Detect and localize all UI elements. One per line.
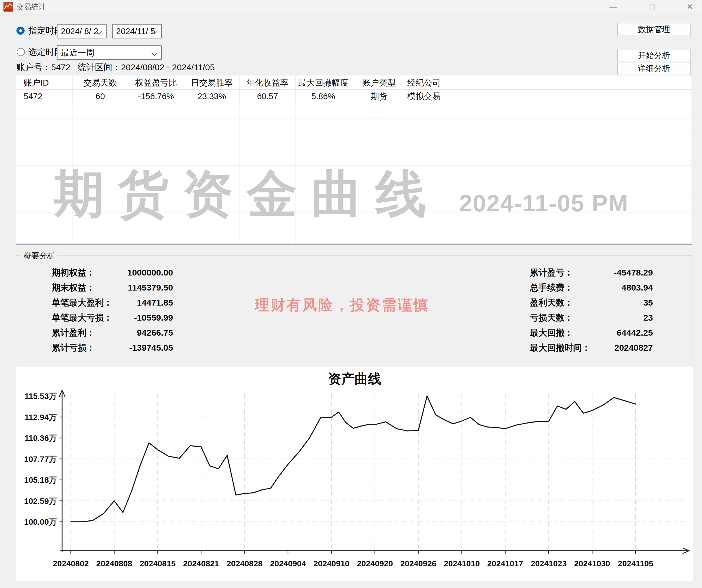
table-cell: 60.57 bbox=[240, 90, 296, 103]
trading-statistics-window: 交易统计 — ▢ ✕ 指定时段： 2024/ 8/ 2 2024/11/ 5 数… bbox=[0, 0, 702, 588]
y-axis-label: 102.59万 bbox=[24, 497, 57, 506]
date-from-picker[interactable]: 2024/ 8/ 2 bbox=[57, 24, 107, 38]
summary-label: 单笔最大盈利： bbox=[52, 295, 112, 310]
summary-label: 最大回撤： bbox=[530, 325, 573, 340]
date-from-value: 2024/ 8/ 2 bbox=[61, 24, 98, 38]
data-manage-button[interactable]: 数据管理 bbox=[617, 23, 691, 36]
summary-row: 累计盈亏：-45478.29 bbox=[530, 265, 653, 280]
radio-preset-period[interactable] bbox=[17, 48, 25, 56]
summary-value: -45478.29 bbox=[614, 265, 653, 280]
asset-curve-panel: 资产曲线 100.00万102.59万105.18万107.77万110.36万… bbox=[16, 367, 693, 581]
x-axis-label: 20240815 bbox=[139, 559, 176, 568]
summary-row: 单笔最大盈利：14471.85 bbox=[52, 295, 173, 310]
radio-specified-period[interactable] bbox=[16, 27, 24, 35]
summary-label: 盈利天数： bbox=[530, 295, 573, 310]
x-axis-label: 20240920 bbox=[357, 559, 393, 568]
summary-label: 总手续费： bbox=[530, 280, 573, 295]
summary-label: 期末权益： bbox=[52, 280, 95, 295]
summary-row: 最大回撤时间：20240827 bbox=[530, 340, 653, 355]
summary-value: 94266.75 bbox=[137, 325, 173, 340]
summary-label: 亏损天数： bbox=[530, 310, 573, 325]
summary-value: -10559.99 bbox=[134, 310, 173, 325]
date-to-picker[interactable]: 2024/11/ 5 bbox=[112, 24, 162, 38]
x-axis-label: 20240828 bbox=[227, 559, 263, 568]
table-cell: 60 bbox=[73, 90, 128, 103]
empty-table-row bbox=[16, 103, 692, 119]
empty-table-row bbox=[16, 181, 692, 197]
chart-title: 资产曲线 bbox=[16, 370, 693, 388]
empty-table-row bbox=[16, 150, 692, 166]
account-value: 5472 bbox=[51, 63, 71, 72]
x-axis-label: 20240821 bbox=[183, 559, 219, 568]
x-axis-label: 20241030 bbox=[574, 559, 610, 568]
x-axis-label: 20241023 bbox=[531, 559, 567, 568]
summary-row: 最大回撤：64442.25 bbox=[530, 325, 653, 340]
close-button[interactable]: ✕ bbox=[677, 0, 702, 13]
summary-label: 单笔最大亏损： bbox=[52, 310, 112, 325]
app-chart-icon bbox=[3, 2, 13, 12]
summary-row: 盈利天数：35 bbox=[530, 295, 653, 310]
empty-table-row bbox=[16, 134, 692, 150]
column-header[interactable]: 经纪公司 bbox=[407, 76, 441, 90]
x-axis-label: 20241010 bbox=[444, 559, 480, 568]
summary-row: 亏损天数：23 bbox=[530, 310, 653, 325]
summary-label: 累计盈利： bbox=[52, 325, 95, 340]
empty-table-row bbox=[16, 197, 692, 212]
account-range-line: 账户号：5472 统计区间：2024/08/02 - 2024/11/05 bbox=[16, 61, 215, 74]
table-row[interactable]: 547260-156.76%23.33%60.575.86%期货模拟交易 bbox=[16, 90, 692, 103]
summary-value: 35 bbox=[644, 295, 653, 310]
preset-period-value: 最近一周 bbox=[61, 46, 95, 59]
summary-label: 期初权益： bbox=[52, 265, 95, 280]
range-value: 2024/08/02 - 2024/11/05 bbox=[121, 63, 215, 72]
summary-value: 64442.25 bbox=[617, 325, 653, 340]
summary-value: 23 bbox=[644, 310, 653, 325]
y-axis-label: 112.94万 bbox=[24, 413, 57, 422]
y-axis-label: 107.77万 bbox=[24, 455, 57, 464]
table-header-row[interactable]: 账户ID交易天数权益盈亏比日交易胜率年化收益率最大回撤幅度账户类型经纪公司 bbox=[16, 76, 692, 90]
summary-value: -139745.05 bbox=[129, 340, 173, 355]
summary-value: 1000000.00 bbox=[127, 265, 173, 280]
column-header[interactable]: 账户ID bbox=[16, 76, 73, 90]
y-axis-label: 100.00万 bbox=[24, 517, 57, 526]
column-header[interactable]: 最大回撤幅度 bbox=[296, 76, 351, 90]
window-title: 交易统计 bbox=[17, 0, 46, 13]
y-axis-label: 110.36万 bbox=[24, 433, 57, 443]
titlebar: 交易统计 — ▢ ✕ bbox=[0, 0, 702, 13]
empty-table-row bbox=[16, 166, 692, 181]
column-header[interactable]: 日交易胜率 bbox=[184, 76, 240, 90]
asset-curve-chart: 100.00万102.59万105.18万107.77万110.36万112.9… bbox=[16, 387, 693, 581]
x-axis-label: 20240808 bbox=[96, 559, 132, 568]
preset-period-select[interactable]: 最近一周 bbox=[57, 45, 162, 60]
summary-value: 4803.94 bbox=[622, 280, 653, 295]
x-axis-label: 20240904 bbox=[270, 559, 306, 568]
table-cell: 5.86% bbox=[296, 90, 351, 103]
maximize-button[interactable]: ▢ bbox=[638, 0, 665, 13]
chevron-down-icon bbox=[151, 50, 157, 56]
account-table: 账户ID交易天数权益盈亏比日交易胜率年化收益率最大回撤幅度账户类型经纪公司 54… bbox=[16, 76, 692, 244]
y-axis-label: 115.53万 bbox=[24, 392, 57, 401]
date-to-value: 2024/11/ 5 bbox=[116, 24, 155, 38]
start-analysis-button[interactable]: 开始分析 bbox=[617, 49, 691, 62]
summary-row: 累计亏损：-139745.05 bbox=[52, 340, 173, 355]
column-header[interactable]: 账户类型 bbox=[351, 76, 407, 90]
table-cell: 期货 bbox=[351, 90, 407, 103]
summary-row: 总手续费：4803.94 bbox=[530, 280, 653, 295]
summary-value: 14471.85 bbox=[137, 295, 173, 310]
summary-label: 累计亏损： bbox=[52, 340, 95, 355]
summary-groupbox: 概要分析 期初权益：1000000.00期末权益：1145379.50单笔最大盈… bbox=[16, 256, 692, 362]
summary-row: 单笔最大亏损：-10559.99 bbox=[52, 310, 173, 325]
summary-row: 累计盈利：94266.75 bbox=[52, 325, 173, 340]
table-cell: -156.76% bbox=[128, 90, 184, 103]
table-cell: 23.33% bbox=[184, 90, 240, 103]
column-header[interactable]: 权益盈亏比 bbox=[128, 76, 184, 90]
column-header-filler bbox=[441, 76, 692, 90]
account-label: 账户号： bbox=[16, 63, 51, 72]
empty-table-row bbox=[16, 212, 692, 228]
minimize-button[interactable]: — bbox=[600, 0, 626, 13]
detail-analysis-button[interactable]: 详细分析 bbox=[617, 62, 691, 75]
x-axis-label: 20240910 bbox=[314, 559, 350, 568]
table-body: 547260-156.76%23.33%60.575.86%期货模拟交易 bbox=[16, 90, 692, 244]
column-header[interactable]: 年化收益率 bbox=[240, 76, 296, 90]
summary-label: 累计盈亏： bbox=[530, 265, 573, 280]
column-header[interactable]: 交易天数 bbox=[73, 76, 128, 90]
